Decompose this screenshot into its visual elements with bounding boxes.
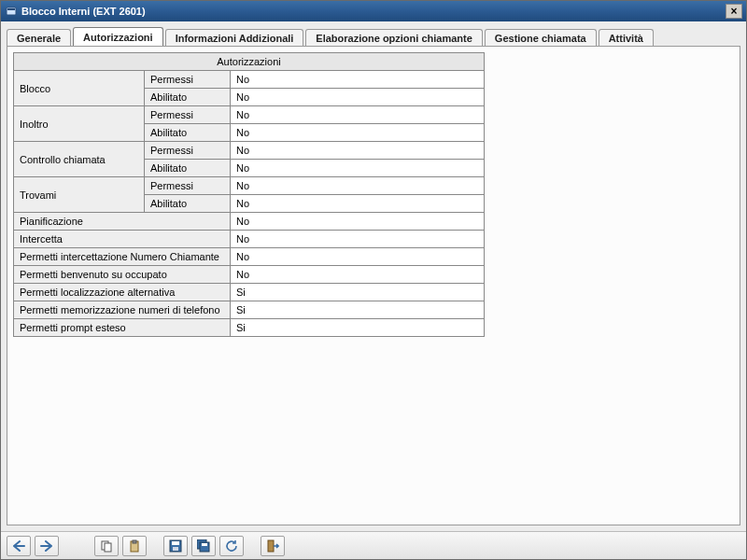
svg-rect-11 — [202, 543, 207, 546]
table-row: Permetti memorizzazione numeri di telefo… — [14, 301, 485, 319]
row-label: Abilitato — [145, 195, 231, 213]
paste-button[interactable] — [122, 536, 147, 556]
row-label: Permessi — [145, 106, 231, 124]
row-value[interactable]: No — [231, 160, 485, 177]
floppy-icon — [169, 539, 182, 553]
tab-gestione-chiamata[interactable]: Gestione chiamata — [485, 29, 597, 47]
row-label: Abilitato — [145, 160, 231, 177]
copy-icon — [100, 539, 113, 553]
next-button[interactable] — [35, 536, 59, 556]
table-header: Autorizzazioni — [14, 53, 485, 71]
svg-rect-12 — [268, 540, 274, 552]
table-row: Permetti localizzazione alternativa Si — [14, 284, 485, 301]
close-button[interactable]: × — [726, 4, 742, 19]
row-value[interactable]: No — [231, 195, 485, 213]
save-all-button[interactable] — [191, 536, 216, 556]
arrow-left-icon — [12, 540, 25, 552]
tab-label: Gestione chiamata — [495, 33, 586, 44]
row-label: Intercetta — [14, 231, 231, 248]
tab-panel: Autorizzazioni Blocco Permessi No Abilit… — [7, 46, 740, 525]
auth-table: Autorizzazioni Blocco Permessi No Abilit… — [13, 52, 485, 337]
svg-rect-5 — [133, 540, 136, 543]
tab-label: Autorizzazioni — [83, 32, 153, 43]
row-label: Permetti prompt esteso — [14, 319, 231, 337]
row-value[interactable]: No — [231, 177, 485, 195]
table-row: Pianificazione No — [14, 213, 485, 231]
tab-generale[interactable]: Generale — [7, 29, 71, 47]
svg-rect-3 — [105, 543, 111, 552]
row-label: Permetti benvenuto su occupato — [14, 266, 231, 284]
table-row: Inoltro Permessi No — [14, 106, 485, 124]
row-value[interactable]: Si — [231, 284, 485, 301]
svg-rect-7 — [172, 541, 179, 545]
row-label: Abilitato — [145, 89, 231, 106]
row-label: Permetti memorizzazione numeri di telefo… — [14, 301, 231, 319]
prev-button[interactable] — [7, 536, 31, 556]
toolbar — [1, 531, 746, 559]
row-label: Permessi — [145, 71, 231, 89]
tab-label: Informazioni Addizionali — [176, 33, 294, 44]
row-value[interactable]: No — [231, 106, 485, 124]
row-value[interactable]: No — [231, 231, 485, 248]
tab-label: Attività — [609, 33, 643, 44]
row-value[interactable]: Si — [231, 319, 485, 337]
row-value[interactable]: No — [231, 213, 485, 231]
window-title: Blocco Interni (EXT 2601) — [21, 6, 146, 17]
tab-autorizzazioni[interactable]: Autorizzazioni — [73, 27, 163, 46]
tab-informazioni-addizionali[interactable]: Informazioni Addizionali — [165, 29, 304, 47]
tab-elaborazione-opzioni-chiamante[interactable]: Elaborazione opzioni chiamante — [305, 29, 482, 47]
refresh-button[interactable] — [219, 536, 244, 556]
row-label: Permessi — [145, 142, 231, 160]
table-row: Intercetta No — [14, 231, 485, 248]
floppy-multi-icon — [197, 539, 210, 553]
group-label: Inoltro — [14, 106, 145, 142]
table-row: Permetti intercettazione Numero Chiamant… — [14, 248, 485, 266]
copy-button[interactable] — [94, 536, 119, 556]
arrow-right-icon — [40, 540, 53, 552]
row-label: Permessi — [145, 177, 231, 195]
table-row: Controllo chiamata Permessi No — [14, 142, 485, 160]
door-exit-icon — [266, 539, 279, 553]
svg-rect-1 — [7, 8, 15, 10]
row-value[interactable]: Si — [231, 301, 485, 319]
refresh-icon — [225, 539, 238, 553]
row-label: Abilitato — [145, 124, 231, 142]
row-label: Permetti localizzazione alternativa — [14, 284, 231, 301]
table-row: Permetti prompt esteso Si — [14, 319, 485, 337]
row-value[interactable]: No — [231, 248, 485, 266]
row-value[interactable]: No — [231, 89, 485, 106]
app-icon — [5, 5, 18, 18]
row-value[interactable]: No — [231, 266, 485, 284]
title-bar: Blocco Interni (EXT 2601) × — [1, 1, 746, 21]
tab-attivita[interactable]: Attività — [599, 29, 654, 47]
tab-strip: Generale Autorizzazioni Informazioni Add… — [1, 21, 746, 46]
table-row: Permetti benvenuto su occupato No — [14, 266, 485, 284]
row-label: Pianificazione — [14, 213, 231, 231]
group-label: Blocco — [14, 71, 145, 106]
exit-button[interactable] — [261, 536, 285, 556]
group-label: Controllo chiamata — [14, 142, 145, 177]
tab-label: Generale — [17, 33, 61, 44]
table-row: Trovami Permessi No — [14, 177, 485, 195]
table-row: Blocco Permessi No — [14, 71, 485, 89]
save-button[interactable] — [163, 536, 188, 556]
row-value[interactable]: No — [231, 71, 485, 89]
row-value[interactable]: No — [231, 142, 485, 160]
row-value[interactable]: No — [231, 124, 485, 142]
group-label: Trovami — [14, 177, 145, 213]
row-label: Permetti intercettazione Numero Chiamant… — [14, 248, 231, 266]
clipboard-icon — [128, 539, 141, 553]
tab-label: Elaborazione opzioni chiamante — [316, 33, 472, 44]
svg-rect-8 — [173, 547, 178, 551]
